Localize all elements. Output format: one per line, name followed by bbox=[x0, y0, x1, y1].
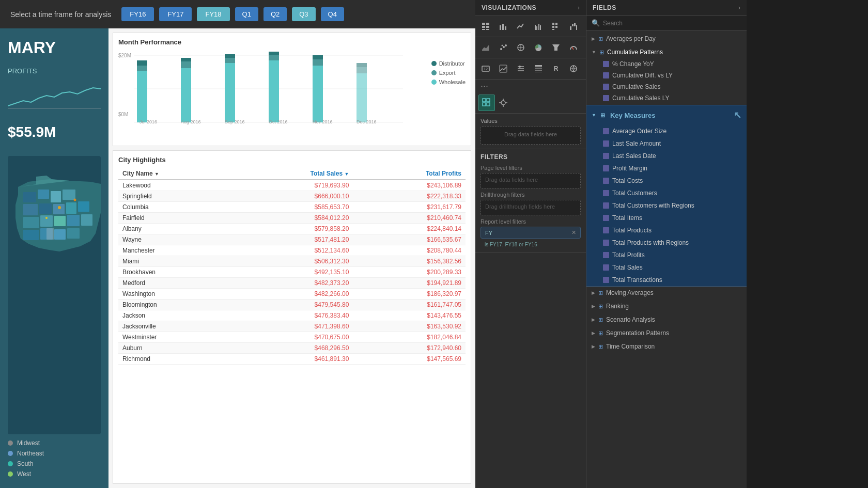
ranking-header[interactable]: ▶ ⊞ Ranking bbox=[586, 300, 747, 312]
item-total-items[interactable]: Total Items bbox=[586, 212, 747, 224]
averages-header[interactable]: ▶ ⊞ Averages per Day bbox=[586, 33, 747, 45]
viz-icon-line[interactable] bbox=[514, 19, 528, 34]
active-filter-tag[interactable]: FY ✕ bbox=[481, 227, 581, 239]
svg-rect-2 bbox=[38, 190, 49, 199]
svg-rect-15 bbox=[23, 230, 39, 240]
table-row[interactable]: Wayne $517,481.20 $166,535.67 bbox=[118, 234, 466, 245]
item-total-profits[interactable]: Total Profits bbox=[586, 249, 747, 261]
fy18-button[interactable]: FY18 bbox=[197, 7, 229, 21]
item-cumulative-sales[interactable]: Cumulative Sales bbox=[586, 81, 747, 92]
table-row[interactable]: Lakewood $719,693.90 $243,106.89 bbox=[118, 180, 466, 191]
table-row[interactable]: Fairfield $584,012.20 $210,460.74 bbox=[118, 213, 466, 224]
region-legend: Midwest Northeast South West bbox=[8, 439, 101, 478]
svg-rect-58 bbox=[505, 26, 506, 30]
col-profits[interactable]: Total Profits bbox=[353, 168, 466, 180]
item-total-products[interactable]: Total Products bbox=[586, 224, 747, 237]
west-label: West bbox=[17, 470, 31, 478]
segmentation-header[interactable]: ▶ ⊞ Segmentation Patterns bbox=[586, 327, 747, 339]
item-total-customers[interactable]: Total Customers bbox=[586, 187, 747, 199]
scenario-header[interactable]: ▶ ⊞ Scenario Analysis bbox=[586, 313, 747, 326]
item-total-transactions[interactable]: Total Transactions bbox=[586, 274, 747, 286]
key-measures-label: Key Measures bbox=[610, 112, 655, 119]
viz-icon-globe[interactable] bbox=[566, 61, 581, 76]
svg-rect-17 bbox=[54, 229, 66, 240]
q1-button[interactable]: Q1 bbox=[235, 7, 258, 21]
city-sales: $479,545.80 bbox=[233, 300, 353, 310]
viz-icon-bar[interactable] bbox=[496, 19, 510, 34]
table-row[interactable]: Jackson $476,383.40 $143,476.55 bbox=[118, 310, 466, 321]
page-filters-zone[interactable]: Drag data fields here bbox=[481, 173, 581, 188]
viz-icon-pie[interactable] bbox=[531, 40, 546, 55]
cumulative-header[interactable]: ▼ ⊞ Cumulative Patterns bbox=[586, 46, 747, 58]
viz-panel-chevron[interactable]: › bbox=[578, 4, 580, 11]
viz-icon-r[interactable]: R bbox=[549, 61, 563, 76]
viz-icon-map[interactable] bbox=[514, 40, 528, 55]
viz-icon-kpi[interactable] bbox=[496, 61, 510, 76]
svg-rect-50 bbox=[482, 23, 485, 25]
table-row[interactable]: Jacksonville $471,398.60 $163,530.92 bbox=[118, 321, 466, 332]
item-cumulative-sales-ly[interactable]: Cumulative Sales LY bbox=[586, 92, 747, 104]
cumulative-label: Cumulative Patterns bbox=[607, 49, 663, 56]
table-row[interactable]: Medford $482,373.20 $194,921.89 bbox=[118, 278, 466, 289]
item-last-sales-date[interactable]: Last Sales Date bbox=[586, 150, 747, 162]
svg-text:123: 123 bbox=[484, 67, 490, 71]
item-last-sale-amount[interactable]: Last Sale Amount bbox=[586, 137, 747, 150]
values-dropzone[interactable]: Drag data fields here bbox=[481, 127, 581, 145]
filter-value: is FY17, FY18 or FY16 bbox=[481, 241, 581, 248]
col-city[interactable]: City Name ▼ bbox=[118, 168, 233, 180]
viz-icon-matrix[interactable] bbox=[549, 19, 563, 34]
table-row[interactable]: Springfield $666,000.10 $222,318.33 bbox=[118, 191, 466, 202]
viz-icon-slicer[interactable] bbox=[514, 61, 528, 76]
key-measures-header[interactable]: ▼ ⊞ Key Measures ↖ bbox=[586, 105, 747, 125]
item-total-products-regions[interactable]: Total Products with Regions bbox=[586, 237, 747, 249]
tree-group-moving-averages: ▶ ⊞ Moving Averages bbox=[586, 287, 747, 299]
table-row[interactable]: Westminster $470,675.00 $182,046.84 bbox=[118, 332, 466, 343]
q2-button[interactable]: Q2 bbox=[264, 7, 287, 21]
drillthrough-zone[interactable]: Drag drillthrough fields here bbox=[481, 200, 581, 215]
table-row[interactable]: Miami $506,312.30 $156,382.56 bbox=[118, 256, 466, 267]
table-row[interactable]: Manchester $512,134.60 $208,780.44 bbox=[118, 245, 466, 256]
last-sales-date-label: Last Sales Date bbox=[612, 152, 656, 160]
search-input[interactable] bbox=[603, 20, 741, 27]
table-row[interactable]: Richmond $461,891.30 $147,565.69 bbox=[118, 354, 466, 365]
svg-rect-60 bbox=[536, 26, 537, 30]
table-row[interactable]: Auburn $468,296.50 $172,940.60 bbox=[118, 343, 466, 354]
viz-icon-clustered-bar[interactable] bbox=[531, 19, 546, 34]
item-total-sales[interactable]: Total Sales bbox=[586, 261, 747, 274]
fy16-button[interactable]: FY16 bbox=[121, 7, 154, 21]
time-comparison-header[interactable]: ▶ ⊞ Time Comparison bbox=[586, 340, 747, 353]
item-profit-margin[interactable]: Profit Margin bbox=[586, 162, 747, 175]
fields-panel-chevron[interactable]: › bbox=[738, 4, 740, 11]
item-avg-order-size[interactable]: Average Order Size bbox=[586, 125, 747, 137]
viz-tool-format[interactable] bbox=[495, 95, 512, 111]
city-profits: $172,940.60 bbox=[353, 343, 466, 354]
viz-icon-funnel[interactable] bbox=[549, 40, 563, 55]
item-change-yoy[interactable]: % Change YoY bbox=[586, 58, 747, 70]
item-total-costs[interactable]: Total Costs bbox=[586, 175, 747, 187]
moving-averages-chevron: ▶ bbox=[592, 290, 595, 295]
item-total-customers-regions[interactable]: Total Customers with Regions bbox=[586, 199, 747, 212]
viz-icon-gauge[interactable] bbox=[566, 40, 581, 55]
table-row[interactable]: Bloomington $479,545.80 $161,747.05 bbox=[118, 300, 466, 310]
averages-table-icon: ⊞ bbox=[598, 36, 603, 42]
moving-averages-header[interactable]: ▶ ⊞ Moving Averages bbox=[586, 287, 747, 299]
q4-button[interactable]: Q4 bbox=[321, 7, 344, 21]
filter-close-icon[interactable]: ✕ bbox=[571, 229, 576, 236]
table-row[interactable]: Albany $579,858.20 $224,840.14 bbox=[118, 224, 466, 234]
viz-tool-fields[interactable] bbox=[478, 95, 495, 111]
col-sales[interactable]: Total Sales ▼ bbox=[233, 168, 353, 180]
q3-button[interactable]: Q3 bbox=[292, 7, 315, 21]
viz-icon-card[interactable]: 123 bbox=[478, 61, 493, 76]
table-row[interactable]: Brookhaven $492,135.10 $200,289.33 bbox=[118, 267, 466, 278]
viz-icon-waterfall[interactable] bbox=[566, 19, 581, 34]
item-cumulative-diff[interactable]: Cumulative Diff. vs LY bbox=[586, 70, 747, 81]
viz-icon-table2[interactable] bbox=[531, 61, 546, 76]
table-row[interactable]: Columbia $585,653.70 $231,617.79 bbox=[118, 202, 466, 213]
viz-icon-scatter[interactable] bbox=[496, 40, 510, 55]
svg-rect-42 bbox=[357, 67, 367, 73]
viz-icon-area[interactable] bbox=[478, 40, 493, 55]
viz-icon-table[interactable] bbox=[478, 19, 493, 34]
table-row[interactable]: Washington $482,266.00 $186,320.97 bbox=[118, 289, 466, 300]
fy17-button[interactable]: FY17 bbox=[159, 7, 192, 21]
svg-rect-5 bbox=[23, 204, 38, 215]
